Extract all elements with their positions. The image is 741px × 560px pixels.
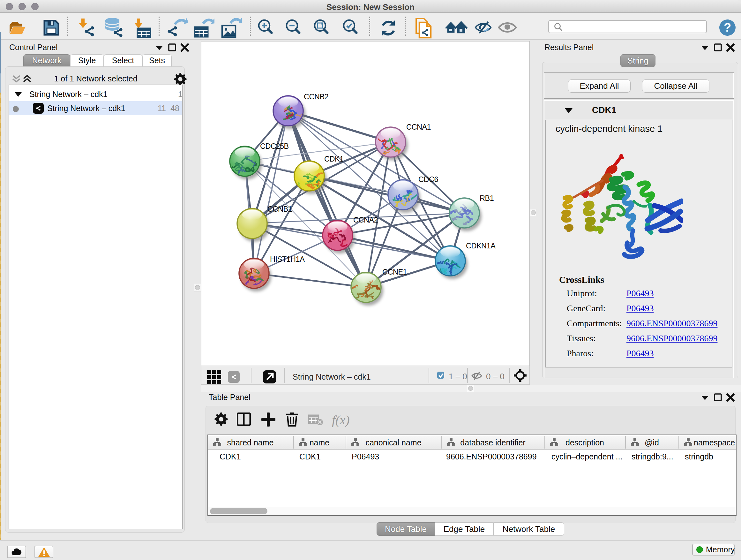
svg-text:CDC6: CDC6 — [418, 175, 438, 184]
svg-text:CDK1: CDK1 — [324, 155, 344, 163]
svg-text:CDKN1A: CDKN1A — [466, 242, 495, 250]
svg-text:CCNB2: CCNB2 — [304, 92, 328, 101]
svg-text:RB1: RB1 — [480, 194, 494, 202]
svg-text:CCNE1: CCNE1 — [382, 268, 407, 276]
svg-text:CCNB1: CCNB1 — [267, 205, 292, 213]
svg-text:CDC25B: CDC25B — [260, 142, 289, 150]
svg-text:HIST1H1A: HIST1H1A — [270, 255, 305, 263]
svg-text:CCNA1: CCNA1 — [406, 123, 431, 131]
svg-text:CCNA2: CCNA2 — [353, 216, 378, 224]
